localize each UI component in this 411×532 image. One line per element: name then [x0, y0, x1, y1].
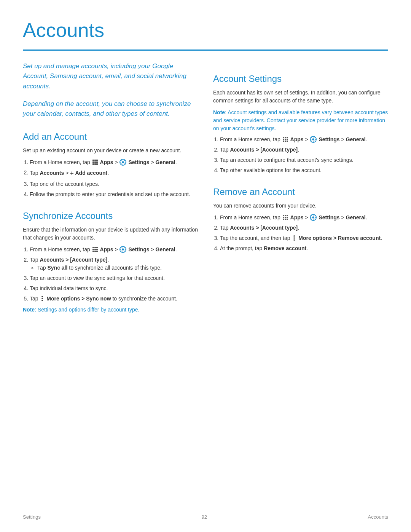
plus-icon: + [70, 169, 73, 178]
svg-point-35 [312, 139, 314, 141]
svg-point-47 [294, 235, 295, 237]
svg-rect-33 [287, 141, 288, 142]
svg-rect-11 [92, 247, 94, 248]
sync-accounts-desc: Ensure that the information on your devi… [23, 226, 198, 242]
svg-rect-6 [92, 163, 94, 165]
account-settings-step-4: Tap other available options for the acco… [220, 166, 388, 174]
account-settings-note: Note: Account settings and available fea… [213, 109, 388, 133]
more-options-label-2: More options > Remove account [298, 235, 381, 241]
intro-paragraph-1: Set up and manage accounts, including yo… [23, 61, 198, 91]
sync-note-label: Note [23, 307, 35, 313]
settings-gear-icon-3 [310, 136, 317, 143]
svg-rect-0 [92, 160, 94, 161]
svg-rect-13 [96, 247, 98, 248]
add-account-step-2: Tap Accounts > + Add account. [30, 169, 198, 178]
remove-account-step-4: At the prompt, tap Remove account. [220, 244, 388, 252]
remove-account-step-2: Tap Accounts > [Account type]. [220, 224, 388, 232]
sync-all-label: Sync all [47, 265, 67, 271]
sync-bullet-list: Tap Sync all to synchronize all accounts… [37, 264, 198, 272]
account-settings-step-2: Tap Accounts > [Account type]. [220, 146, 388, 154]
sync-note-text: Settings and options differ by account t… [38, 307, 139, 313]
svg-rect-42 [283, 219, 284, 220]
svg-point-46 [312, 217, 314, 219]
page-container: Accounts Set up and manage accounts, inc… [0, 0, 411, 347]
settings-label-4: Settings [319, 214, 339, 220]
svg-rect-38 [287, 215, 288, 216]
add-account-label: Add account [75, 169, 107, 176]
footer-left: Settings [23, 513, 41, 521]
svg-rect-29 [285, 139, 286, 140]
apps-grid-icon-3 [282, 136, 288, 142]
footer: Settings 92 Accounts [0, 513, 411, 521]
svg-rect-17 [92, 251, 94, 252]
remove-account-steps: From a Home screen, tap [220, 214, 388, 252]
sync-accounts-title: Synchronize Accounts [23, 209, 198, 223]
remove-account-step-3: Tap the account, and then tap More optio… [220, 234, 388, 242]
account-settings-steps: From a Home screen, tap [220, 136, 388, 174]
account-settings-step-3: Tap an account to configure that account… [220, 156, 388, 164]
svg-rect-5 [96, 161, 98, 163]
account-settings-title: Account Settings [213, 72, 388, 86]
add-account-desc: Set up an existing account on your devic… [23, 147, 198, 155]
add-account-step-3: Tap one of the account types. [30, 180, 198, 188]
account-settings-step-1: From a Home screen, tap [220, 136, 388, 144]
svg-rect-43 [285, 219, 286, 220]
add-account-title: Add an Account [23, 130, 198, 144]
apps-label-4: Apps [290, 214, 304, 220]
settings-gear-icon-2 [119, 246, 126, 253]
page-title: Accounts [23, 15, 388, 45]
settings-gear-icon-1 [119, 159, 126, 166]
sync-step-4: Tap individual data items to sync. [30, 284, 198, 292]
footer-center: 92 [202, 513, 207, 521]
svg-rect-36 [283, 215, 284, 216]
svg-rect-25 [283, 137, 284, 138]
svg-rect-8 [96, 163, 98, 165]
two-column-layout: Set up and manage accounts, including yo… [23, 61, 388, 317]
svg-point-48 [294, 238, 295, 239]
account-settings-note-text: Account settings and available features … [213, 109, 388, 131]
general-label-1: General [156, 159, 175, 165]
account-settings-desc: Each account has its own set of settings… [213, 89, 388, 105]
sync-accounts-steps: From a Home screen, tap [30, 246, 198, 303]
svg-point-49 [294, 240, 295, 241]
svg-rect-30 [287, 139, 288, 140]
svg-point-24 [42, 300, 43, 302]
svg-point-21 [122, 248, 124, 250]
account-settings-note-label: Note [213, 109, 225, 115]
sync-bullet-1: Tap Sync all to synchronize all accounts… [37, 264, 198, 272]
remove-account-desc: You can remove accounts from your device… [213, 202, 388, 210]
remove-account-title: Remove an Account [213, 185, 388, 199]
apps-grid-icon-2 [92, 246, 98, 252]
svg-rect-19 [96, 251, 98, 252]
right-column: Account Settings Each account has its ow… [213, 61, 388, 317]
svg-rect-3 [92, 161, 94, 163]
accounts-label-sync: Accounts > [Account type] [40, 257, 107, 263]
left-column: Set up and manage accounts, including yo… [23, 61, 198, 317]
apps-grid-icon [92, 159, 98, 165]
svg-rect-27 [287, 137, 288, 138]
apps-label: Apps [100, 159, 113, 165]
svg-rect-44 [287, 219, 288, 220]
general-label-2: General [156, 246, 175, 252]
sync-step-1: From a Home screen, tap [30, 246, 198, 254]
general-label-4: General [346, 214, 366, 220]
svg-rect-2 [96, 160, 98, 161]
svg-rect-4 [94, 161, 96, 163]
apps-label-2: Apps [100, 246, 113, 252]
accounts-label-as: Accounts > [Account type] [230, 147, 298, 153]
remove-account-prompt-label: Remove account [264, 245, 306, 251]
svg-rect-28 [283, 139, 284, 140]
accounts-label-rm: Accounts > [Account type] [230, 225, 298, 231]
apps-grid-icon-4 [282, 214, 288, 220]
svg-rect-39 [283, 217, 284, 218]
accounts-label-2: Accounts [40, 169, 64, 176]
remove-account-step-1: From a Home screen, tap [220, 214, 388, 222]
add-account-step-4: Follow the prompts to enter your credent… [30, 190, 198, 198]
svg-rect-31 [283, 141, 284, 142]
more-options-dots-icon-1 [40, 296, 45, 302]
svg-rect-41 [287, 217, 288, 218]
svg-rect-14 [92, 249, 94, 250]
add-account-steps: From a Home screen, tap [30, 158, 198, 198]
svg-rect-7 [94, 163, 96, 165]
svg-rect-16 [96, 249, 98, 250]
